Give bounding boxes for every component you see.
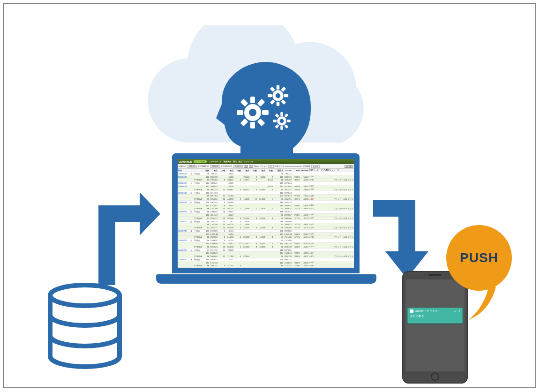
table-row: 20180130水予測値142621,724142837,048: [178, 191, 354, 195]
filter-date1-field: 20180128: [187, 165, 197, 168]
table-row: 20180128143850,7206,30070,44293,46021408…: [178, 175, 354, 179]
svg-rect-3: [262, 110, 269, 115]
svg-point-19: [276, 93, 280, 98]
svg-rect-14: [268, 94, 272, 98]
arrow-db-to-laptop-icon: [95, 181, 160, 285]
diagram-canvas: C&RM WEB シフト入力 フォーキャスト 勤怠状況 天気 売上 ログアウト …: [0, 0, 540, 392]
tab-logout: ログアウト: [244, 160, 254, 163]
tab-attendance: 勤怠状況: [224, 160, 231, 163]
tab-forecast: フォーキャスト: [209, 160, 222, 163]
table-row: OTBLIVE42256,4151385,390422,466318,59635…: [178, 217, 354, 220]
tab-shift: シフト入力: [194, 160, 207, 163]
filter-bar: 検索日付 20180128 去年同曜日付 20180128 去年同日日付 201…: [178, 164, 354, 169]
svg-point-30: [50, 285, 120, 306]
push-notification: C&RM トピックス 今 ? 今日の動き: [407, 308, 463, 324]
table-row: 20180205火予測値57291,7201578,680148687,981: [178, 249, 354, 252]
notification-app-name: C&RM トピックス: [415, 309, 438, 313]
svg-rect-1: [250, 97, 255, 103]
analytics-app: C&RM WEB シフト入力 フォーキャスト 勤怠状況 天気 売上 ログアウト …: [178, 159, 354, 268]
svg-rect-21: [280, 112, 283, 116]
ai-head-icon: [213, 59, 321, 162]
table-row: 144630,8091174,04712132,542835,650514483…: [178, 242, 354, 246]
table-row: OTBLIVE48259,892361,050422,46634,6553597…: [178, 236, 354, 239]
table-row: 20180201火予測値48198,0481878,640148481,014: [178, 211, 354, 214]
push-speech-bubble: PUSH: [446, 225, 512, 291]
notification-time: 今: [454, 310, 456, 313]
filter-select-field: [285, 166, 302, 167]
push-label: PUSH: [460, 250, 498, 265]
filter-date3-label: 去年同日日付: [221, 166, 232, 167]
table-header: 日付客数売上人時売上客数売上客数売上客数累計上OCP%ADRSevPAROCPメ…: [178, 169, 354, 172]
svg-rect-2: [250, 122, 255, 128]
notification-app-icon: [410, 309, 413, 313]
svg-rect-13: [284, 94, 288, 98]
filter-select2-label: 評価指数: [303, 166, 310, 167]
app-title: C&RM WEB: [179, 160, 192, 163]
app-header: C&RM WEB シフト入力 フォーキャスト 勤怠状況 天気 売上 ログアウト: [178, 159, 354, 164]
data-table: 日付客数売上人時売上客数売上客数売上客数累計上OCP%ADRSevPAROCPメ…: [178, 169, 354, 268]
svg-point-9: [249, 109, 256, 116]
filter-unit-label: 表示オプション: [254, 166, 267, 167]
tab-weather: 天気: [233, 160, 237, 163]
svg-rect-23: [287, 120, 291, 122]
filter-date1-label: 検索日付: [179, 166, 186, 167]
filter-prev-btn: 前: [244, 165, 248, 168]
table-row: 144694,049144744,04993.0%4,6534,697: [178, 252, 354, 255]
laptop-screen: C&RM WEB シフト入力 フォーキャスト 勤怠状況 天気 売上 ログアウト …: [172, 153, 360, 273]
table-row: 20180129火予測値142700,9414,509141837,048: [178, 182, 354, 185]
tab-sales: 売上: [239, 160, 242, 163]
table-row: 20180131日予測値126496,349440,966149446,349: [178, 201, 354, 204]
filter-date2-field: 20180128: [210, 165, 220, 168]
table-row: 20180203金予測値136692,80544,741136892,805: [178, 230, 354, 233]
table-row: OTBLIVE46306,2751268,687493,677525,87046…: [178, 188, 354, 191]
database-icon: [45, 282, 125, 370]
table-row: 46601,7841474,784151822,84297.5%7,6407,6…: [178, 195, 354, 198]
svg-rect-11: [277, 85, 280, 90]
arrow-laptop-to-phone-icon: [373, 189, 439, 279]
table-row: 142631,48284,454144430,85293.0%6,6686,45…: [178, 204, 354, 207]
svg-rect-24: [273, 120, 277, 122]
svg-rect-4: [237, 110, 243, 115]
table-row: OTBLIVE46199,460020,067416,87701,5424618…: [178, 179, 354, 182]
table-row: OTBLIVE38186,6441171,780422,64466393,739…: [178, 255, 354, 258]
search-button: 表示更新: [345, 165, 353, 168]
table-row: 144676,148144744,04993.0%4,6534,697: [178, 261, 354, 264]
table-row: 38176,7001540,72022,63652260,62132.7%4,8…: [178, 223, 354, 226]
table-row: 20180202金予測値48198,1481371,362422,6561487…: [178, 220, 354, 223]
table-row: 142481,7424,24766292,65799.0%4,4374,437: [178, 214, 354, 217]
table-row: OTBLIVE42256,4151385,390422,466318,59635…: [178, 226, 354, 230]
phone-screen: C&RM トピックス 今 ? 今日の動き: [405, 279, 465, 371]
filter-select2-field: 累計評価: [311, 165, 320, 168]
table-row: 20180128月予測値5680,7414,0405680,741: [178, 172, 354, 175]
table-row: OTBLIVE38180,132631,770446212,14727.8%4,…: [178, 264, 354, 268]
table-row: 20180204月予測値48259,89236,12459751,486: [178, 239, 354, 242]
filter-select-label: 評価モデル: [275, 166, 284, 167]
table-row: 20180129142700,9414,5091,046141837,04893…: [178, 185, 354, 188]
table-row: OTBLIVE38196,3451385,390422,466318,59636…: [178, 245, 354, 249]
filter-unit-field: 日別: [268, 165, 274, 168]
filter-date2-label: 去年同曜日付: [198, 166, 209, 167]
filter-date3-field: 20180128: [233, 165, 243, 168]
table-row: 1421,466,4809,0941421,467,99593.0%9,3819…: [178, 233, 354, 236]
table-row: OTBLIVE39195,6511344,39824,5981251,63616…: [178, 198, 354, 201]
svg-rect-12: [277, 102, 280, 106]
table-row: OTBLIVE38176,7001540,72022,636212,805252…: [178, 207, 354, 211]
laptop-base: [156, 274, 376, 284]
notification-body: 今日の動き: [410, 315, 460, 318]
svg-point-29: [280, 119, 284, 123]
svg-rect-22: [280, 126, 283, 130]
laptop-icon: C&RM WEB シフト入力 フォーキャスト 勤怠状況 天気 売上 ログアウト …: [165, 153, 367, 284]
table-row: 20180206水予測値136686,6444,741126680,131: [178, 258, 354, 262]
notification-expand-icon: ?: [459, 310, 460, 313]
filter-next-btn: 翌: [249, 165, 253, 168]
